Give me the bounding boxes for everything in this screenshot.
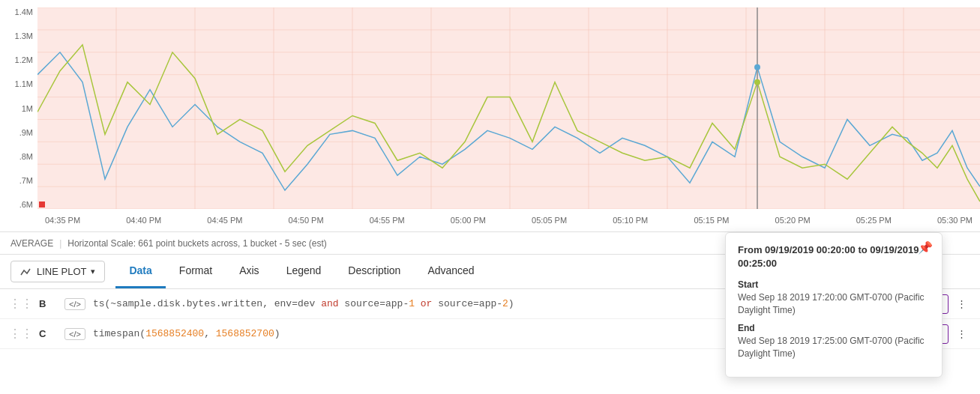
x-label-1: 04:40 PM: [126, 216, 161, 225]
x-axis: 04:35 PM 04:40 PM 04:45 PM 04:50 PM 04:5…: [37, 209, 980, 231]
tab-legend[interactable]: Legend: [273, 255, 335, 288]
tooltip-start-value: Wed Sep 18 2019 17:20:00 GMT-0700 (Pacif…: [738, 291, 930, 317]
line-series-blue: [37, 52, 980, 190]
ts-function-b3: [415, 298, 421, 309]
x-label-5: 05:00 PM: [451, 216, 486, 225]
num-2-c: 1568852700: [216, 328, 274, 339]
x-label-2: 04:45 PM: [207, 216, 242, 225]
tooltip-end-section: End Wed Sep 18 2019 17:25:00 GMT-0700 (P…: [738, 323, 930, 360]
stat-sep: |: [59, 238, 61, 249]
pin-icon[interactable]: 📌: [918, 240, 933, 255]
tab-format[interactable]: Format: [166, 255, 226, 288]
x-label-8: 05:15 PM: [694, 216, 729, 225]
stat-average: AVERAGE: [10, 238, 53, 249]
line-plot-button[interactable]: LINE PLOT ▾: [10, 261, 105, 282]
stat-scale: Horizontal Scale: 661 point buckets acro…: [67, 238, 327, 249]
y-label-8: .7M: [19, 176, 33, 185]
num-1-b: 1: [409, 298, 415, 309]
line-plot-label: LINE PLOT: [37, 266, 86, 277]
more-button-c[interactable]: ⋮: [952, 324, 971, 344]
ts-function-b: ts(~sample.disk.bytes.written, env=dev: [93, 298, 321, 309]
x-label-3: 04:50 PM: [289, 216, 324, 225]
svg-point-23: [754, 79, 760, 85]
drag-handle-b[interactable]: ⋮⋮: [3, 297, 39, 311]
ts-function-b2: source=app-: [339, 298, 409, 309]
x-label-10: 05:25 PM: [856, 216, 892, 225]
line-plot-icon: [20, 266, 32, 278]
tooltip-end-value: Wed Sep 18 2019 17:25:00 GMT-0700 (Pacif…: [738, 335, 930, 360]
tooltip-start-label: Start: [738, 279, 930, 290]
x-label-0: 04:35 PM: [45, 216, 80, 225]
code-toggle-c[interactable]: </>: [64, 328, 85, 340]
y-label-9: .6M: [19, 200, 33, 209]
tooltip-header: From 09/19/2019 00:20:00 to 09/19/2019 0…: [738, 243, 930, 270]
query-letter-c: C: [39, 328, 57, 339]
y-label-1: 1.4M: [15, 7, 33, 16]
y-label-6: .9M: [19, 128, 33, 137]
x-label-4: 04:55 PM: [370, 216, 405, 225]
chart-svg: [37, 7, 980, 209]
timespan-comma-c: ,: [204, 328, 216, 339]
more-button-b[interactable]: ⋮: [952, 294, 971, 314]
chart-area: [37, 7, 980, 209]
x-label-6: 05:05 PM: [532, 216, 567, 225]
timespan-func-c: timespan(: [93, 328, 145, 339]
chevron-down-icon: ▾: [91, 267, 95, 276]
code-toggle-b[interactable]: </>: [64, 298, 85, 310]
tooltip-start-section: Start Wed Sep 18 2019 17:20:00 GMT-0700 …: [738, 279, 930, 317]
tab-axis[interactable]: Axis: [226, 255, 272, 288]
x-label-7: 05:10 PM: [613, 216, 648, 225]
keyword-and-b: and: [321, 298, 338, 309]
timespan-close-c: ): [274, 328, 280, 339]
ts-function-b4: source=app-: [432, 298, 502, 309]
y-label-4: 1.1M: [15, 79, 33, 88]
tab-advanced[interactable]: Advanced: [414, 255, 487, 288]
red-dot-indicator: [39, 201, 45, 207]
chart-container: 1.4M 1.3M 1.2M 1.1M 1M .9M .8M .7M .6M: [0, 0, 980, 232]
keyword-or-b: or: [421, 298, 433, 309]
tab-data[interactable]: Data: [115, 255, 165, 288]
y-label-7: .8M: [19, 152, 33, 161]
y-axis: 1.4M 1.3M 1.2M 1.1M 1M .9M .8M .7M .6M: [0, 7, 37, 209]
tab-description[interactable]: Description: [334, 255, 414, 288]
num-1-c: 1568852400: [145, 328, 204, 339]
num-2-b: 2: [502, 298, 508, 309]
tooltip-end-label: End: [738, 323, 930, 333]
tooltip: 📌 From 09/19/2019 00:20:00 to 09/19/2019…: [725, 232, 943, 378]
x-label-9: 05:20 PM: [775, 216, 811, 225]
drag-handle-c[interactable]: ⋮⋮: [3, 327, 39, 341]
line-series-green: [37, 45, 980, 201]
x-label-11: 05:30 PM: [937, 216, 973, 225]
y-label-3: 1.2M: [15, 55, 33, 64]
svg-point-22: [754, 64, 760, 70]
query-letter-b: B: [39, 298, 57, 309]
ts-function-b5: ): [508, 298, 514, 309]
y-label-5: 1M: [22, 104, 33, 113]
y-label-2: 1.3M: [15, 31, 33, 40]
